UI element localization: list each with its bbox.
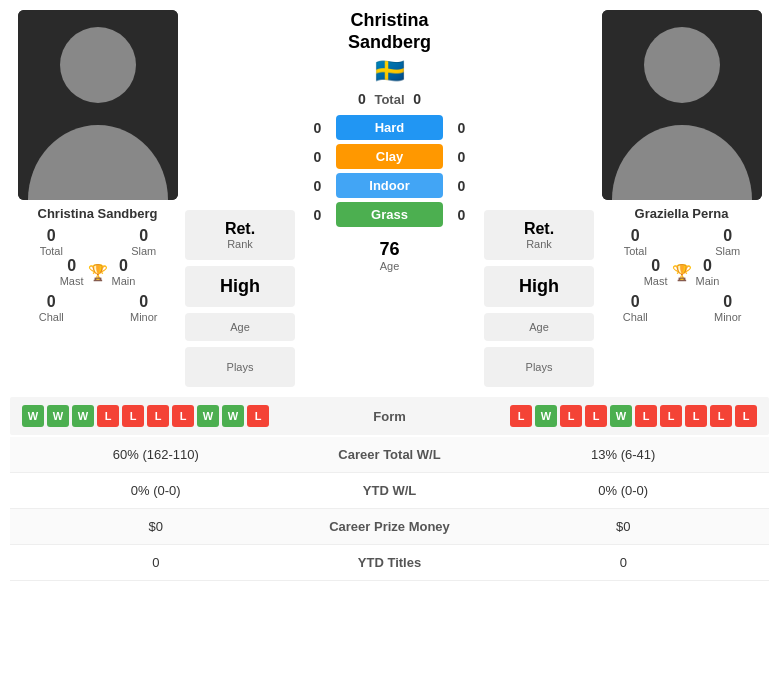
svg-point-1 xyxy=(60,27,136,103)
right-total-block: 0 Total xyxy=(594,227,677,257)
ytd-left: 0% (0-0) xyxy=(22,483,290,498)
left-trophy-icon: 🏆 xyxy=(88,263,108,282)
surface-row-clay: 0 Clay 0 xyxy=(305,144,474,169)
svg-point-4 xyxy=(644,27,720,103)
right-minor-value: 0 xyxy=(723,293,732,311)
left-badge-9: W xyxy=(222,405,244,427)
left-flag: 🇸🇪 xyxy=(375,57,405,85)
left-badge-7: L xyxy=(172,405,194,427)
right-badge-1: L xyxy=(510,405,532,427)
right-badge-7: L xyxy=(660,405,682,427)
right-badge-2: W xyxy=(535,405,557,427)
ytd-right: 0% (0-0) xyxy=(490,483,758,498)
right-badge-10: L xyxy=(735,405,757,427)
right-total-label: Total xyxy=(624,245,647,257)
right-mast-value: 0 xyxy=(651,257,660,275)
right-rank-label: Rank xyxy=(504,238,574,250)
right-slam-value: 0 xyxy=(723,227,732,245)
right-main-block: 0 Main xyxy=(696,257,720,287)
left-rank-box: Ret. Rank xyxy=(185,210,295,260)
right-plays-box: Plays xyxy=(484,347,594,387)
left-total-value: 0 xyxy=(47,227,56,245)
left-chall-value: 0 xyxy=(47,293,56,311)
center-age: 76 Age xyxy=(379,239,399,272)
left-player-avatar xyxy=(18,10,178,200)
left-age-box: Age xyxy=(185,313,295,341)
prize-label: Career Prize Money xyxy=(290,519,490,534)
right-stats-column: Ret. Rank High Age Plays xyxy=(484,210,594,387)
left-high-value: High xyxy=(205,276,275,297)
ytd-label: YTD W/L xyxy=(290,483,490,498)
right-main-value: 0 xyxy=(703,257,712,275)
center-age-label: Age xyxy=(379,260,399,272)
career-left: 60% (162-110) xyxy=(22,447,290,462)
surface-row-grass: 0 Grass 0 xyxy=(305,202,474,227)
left-stats-column: Ret. Rank High Age Plays xyxy=(185,210,295,387)
stats-row-titles: 0 YTD Titles 0 xyxy=(10,545,769,581)
surface-row-hard: 0 Hard 0 xyxy=(305,115,474,140)
clay-button[interactable]: Clay xyxy=(336,144,443,169)
form-section: W W W L L L L W W L Form L W L L W L L L… xyxy=(10,397,769,435)
right-player-stats: 0 Total 0 Slam xyxy=(594,227,769,257)
left-badge-10: L xyxy=(247,405,269,427)
career-label: Career Total W/L xyxy=(290,447,490,462)
surface-rows: 0 Hard 0 0 Clay 0 0 Indoor 0 0 Grass xyxy=(305,115,474,231)
left-player-card: Christina Sandberg 0 Total 0 Slam 0 Mast… xyxy=(10,10,185,323)
right-player-name: Graziella Perna xyxy=(635,206,729,221)
stats-table: 60% (162-110) Career Total W/L 13% (6-41… xyxy=(10,437,769,581)
left-slam-block: 0 Slam xyxy=(103,227,186,257)
total-score-right: 0 xyxy=(405,91,430,107)
form-label: Form xyxy=(373,409,406,424)
right-mast-label: Mast xyxy=(644,275,668,287)
left-mast-label: Mast xyxy=(60,275,84,287)
right-chall-block: 0 Chall xyxy=(594,293,677,323)
total-score-left: 0 xyxy=(349,91,374,107)
left-high-box: High xyxy=(185,266,295,307)
right-trophy-row: 0 Mast 🏆 0 Main xyxy=(594,257,769,287)
indoor-score-left: 0 xyxy=(305,178,330,194)
right-chall-value: 0 xyxy=(631,293,640,311)
left-badge-5: L xyxy=(122,405,144,427)
left-age-label: Age xyxy=(205,321,275,333)
titles-left: 0 xyxy=(22,555,290,570)
right-total-value: 0 xyxy=(631,227,640,245)
right-age-label: Age xyxy=(504,321,574,333)
right-main-label: Main xyxy=(696,275,720,287)
right-rank-box: Ret. Rank xyxy=(484,210,594,260)
left-badge-6: L xyxy=(147,405,169,427)
stats-row-ytd: 0% (0-0) YTD W/L 0% (0-0) xyxy=(10,473,769,509)
stats-row-prize: $0 Career Prize Money $0 xyxy=(10,509,769,545)
titles-label: YTD Titles xyxy=(290,555,490,570)
left-badge-3: W xyxy=(72,405,94,427)
left-mast-block: 0 Mast xyxy=(60,257,84,287)
indoor-button[interactable]: Indoor xyxy=(336,173,443,198)
right-badge-4: L xyxy=(585,405,607,427)
left-slam-value: 0 xyxy=(139,227,148,245)
left-badge-8: W xyxy=(197,405,219,427)
right-form-badges: L W L L W L L L L L xyxy=(510,405,757,427)
left-minor-label: Minor xyxy=(130,311,158,323)
right-age-box: Age xyxy=(484,313,594,341)
right-bottom-stats: 0 Chall 0 Minor xyxy=(594,293,769,323)
grass-score-left: 0 xyxy=(305,207,330,223)
total-label: Total xyxy=(374,92,404,107)
titles-right: 0 xyxy=(490,555,758,570)
clay-score-right: 0 xyxy=(449,149,474,165)
right-trophy-icon: 🏆 xyxy=(672,263,692,282)
right-minor-label: Minor xyxy=(714,311,742,323)
right-mast-block: 0 Mast xyxy=(644,257,668,287)
left-bottom-stats: 0 Chall 0 Minor xyxy=(10,293,185,323)
left-minor-value: 0 xyxy=(139,293,148,311)
surface-row-indoor: 0 Indoor 0 xyxy=(305,173,474,198)
left-trophy-row: 0 Mast 🏆 0 Main xyxy=(10,257,185,287)
left-plays-box: Plays xyxy=(185,347,295,387)
player-section: Christina Sandberg 0 Total 0 Slam 0 Mast… xyxy=(10,10,769,387)
left-slam-label: Slam xyxy=(131,245,156,257)
right-high-value: High xyxy=(504,276,574,297)
left-main-label: Main xyxy=(112,275,136,287)
hard-button[interactable]: Hard xyxy=(336,115,443,140)
grass-button[interactable]: Grass xyxy=(336,202,443,227)
left-player-stats: 0 Total 0 Slam xyxy=(10,227,185,257)
career-right: 13% (6-41) xyxy=(490,447,758,462)
right-badge-5: W xyxy=(610,405,632,427)
